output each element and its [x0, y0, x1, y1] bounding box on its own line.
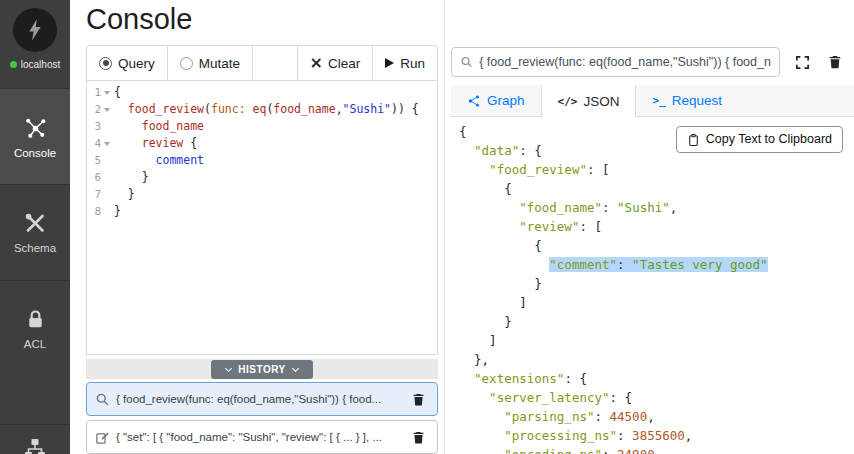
result-query-input[interactable]: { food_review(func: eq(food_name,"Sushi"… — [451, 47, 780, 77]
json-line: "extensions": { — [459, 369, 854, 388]
editor-line: 8} — [87, 203, 437, 220]
sidebar-item-label: ACL — [24, 338, 46, 350]
result-tabs: Graph </> JSON >_ Request — [451, 85, 854, 117]
editor-line: 3 food_name — [87, 118, 437, 135]
json-line: ] — [459, 331, 854, 350]
host-label: localhost — [21, 59, 60, 70]
history-item-query[interactable]: { food_review(func: eq(food_name,"Sushi"… — [86, 382, 438, 416]
tab-graph[interactable]: Graph — [451, 85, 541, 116]
json-line: "comment": "Tastes very good" — [459, 255, 854, 274]
tab-label: JSON — [583, 94, 619, 109]
editor-line: 6 } — [87, 169, 437, 186]
query-panel: Query Mutate × Clear Run 1{2 food_review… — [86, 45, 438, 454]
json-line: ] — [459, 293, 854, 312]
json-line: "processing_ns": 3855600, — [459, 426, 854, 445]
run-label: Run — [400, 56, 425, 71]
json-line: "server_latency": { — [459, 388, 854, 407]
code-brackets-icon: </> — [558, 95, 578, 108]
query-mode-label: Query — [118, 56, 155, 71]
sidebar-item-label: Console — [14, 147, 56, 159]
toolbar-spacer — [253, 46, 297, 80]
search-icon — [95, 392, 110, 407]
json-line: "food_name": "Sushi", — [459, 198, 854, 217]
json-line: "parsing_ns": 44500, — [459, 407, 854, 426]
sidebar-item-cluster[interactable] — [0, 424, 70, 454]
history-toggle-button[interactable]: HISTORY — [211, 360, 312, 379]
fullscreen-icon — [794, 54, 811, 71]
terminal-prompt-icon: >_ — [652, 94, 665, 107]
history-toggle-row: HISTORY — [86, 359, 438, 379]
search-icon — [460, 55, 473, 69]
page-title: Console — [86, 3, 192, 36]
sidebar-item-acl[interactable]: ACL — [0, 280, 70, 376]
chevron-down-icon — [225, 364, 232, 371]
schema-tools-icon — [23, 211, 47, 235]
json-line: { — [459, 236, 854, 255]
json-line: } — [459, 312, 854, 331]
history-item-text: { food_review(func: eq(food_name,"Sushi"… — [116, 393, 399, 405]
tab-request[interactable]: >_ Request — [636, 85, 738, 116]
chevron-down-icon — [292, 364, 299, 371]
tab-label: Request — [672, 93, 722, 108]
sidebar-item-label: Schema — [14, 242, 56, 254]
editor-line: 7 } — [87, 186, 437, 203]
tab-json[interactable]: </> JSON — [541, 85, 637, 117]
panel-divider — [444, 0, 445, 454]
edit-icon — [95, 430, 110, 445]
history-item-text: { "set": [ { "food_name": "Sushi", "revi… — [116, 431, 399, 443]
brand-block[interactable]: localhost — [0, 0, 70, 88]
json-line: }, — [459, 350, 854, 369]
clear-button[interactable]: × Clear — [297, 46, 373, 80]
console-graph-icon — [23, 115, 48, 140]
tab-label: Graph — [487, 93, 525, 108]
play-icon — [385, 58, 394, 68]
clear-x-icon: × — [310, 55, 323, 71]
run-button[interactable]: Run — [372, 46, 437, 80]
json-line: } — [459, 274, 854, 293]
editor-line: 1{ — [87, 84, 437, 101]
result-panel: { food_review(func: eq(food_name,"Sushi"… — [451, 47, 854, 454]
mutate-mode-label: Mutate — [199, 56, 240, 71]
delete-history-item-button[interactable] — [407, 426, 429, 448]
dgraph-logo — [13, 8, 57, 52]
editor-line: 4 review { — [87, 135, 437, 152]
editor-line: 5 comment — [87, 152, 437, 169]
json-line: "food_review": [ — [459, 160, 854, 179]
history-item-mutation[interactable]: { "set": [ { "food_name": "Sushi", "revi… — [86, 420, 438, 454]
fullscreen-button[interactable] — [791, 51, 813, 73]
sidebar-item-console[interactable]: Console — [0, 88, 70, 184]
flash-icon — [22, 17, 48, 43]
trash-icon — [827, 54, 843, 70]
delete-result-button[interactable] — [824, 51, 846, 73]
editor-line: 2 food_review(func: eq(food_name,"Sushi"… — [87, 101, 437, 118]
sidebar-item-schema[interactable]: Schema — [0, 184, 70, 280]
connection-status-dot — [10, 61, 17, 68]
json-line: "review": [ — [459, 217, 854, 236]
json-line: "encoding_ns": 24900, — [459, 445, 854, 454]
radio-selected-icon — [99, 57, 112, 70]
result-toolbar: { food_review(func: eq(food_name,"Sushi"… — [451, 47, 854, 77]
clear-label: Clear — [328, 56, 360, 71]
result-query-text: { food_review(func: eq(food_name,"Sushi"… — [479, 55, 771, 69]
query-toolbar: Query Mutate × Clear Run — [86, 45, 438, 81]
mutate-mode-tab[interactable]: Mutate — [168, 46, 253, 80]
history-label: HISTORY — [238, 364, 285, 375]
clipboard-icon — [687, 133, 700, 147]
trash-icon — [411, 392, 426, 407]
copy-to-clipboard-button[interactable]: Copy Text to Clipboard — [676, 126, 843, 153]
json-output[interactable]: Copy Text to Clipboard { "data": { "food… — [451, 117, 854, 454]
copy-button-label: Copy Text to Clipboard — [706, 130, 832, 149]
sidebar: localhost Console Schema ACL — [0, 0, 70, 454]
query-editor[interactable]: 1{2 food_review(func: eq(food_name,"Sush… — [86, 81, 438, 355]
radio-unselected-icon — [180, 57, 193, 70]
acl-lock-icon — [24, 308, 47, 331]
cluster-icon — [23, 437, 47, 454]
graph-network-icon — [467, 94, 481, 108]
delete-history-item-button[interactable] — [407, 388, 429, 410]
trash-icon — [411, 430, 426, 445]
query-mode-tab[interactable]: Query — [87, 46, 168, 80]
json-line: { — [459, 179, 854, 198]
